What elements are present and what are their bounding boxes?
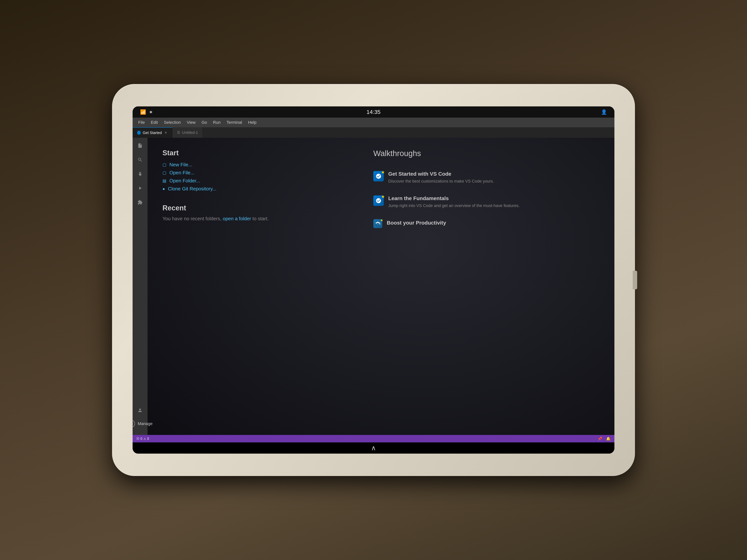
start-title: Start bbox=[162, 149, 351, 157]
error-number: 0 bbox=[140, 437, 142, 441]
walkthrough-text-3: Boost your Productivity bbox=[387, 220, 446, 228]
bell-icon: 🔔 bbox=[606, 436, 611, 441]
source-control-icon[interactable] bbox=[136, 170, 144, 178]
clone-git-link[interactable]: ● Clone Git Repository... bbox=[162, 185, 351, 193]
recent-empty-suffix: to start. bbox=[253, 216, 269, 221]
pin-icon: 📌 bbox=[598, 436, 602, 441]
tablet-device: 📶 ∗ 14:35 👤 File Edit Selection View Go … bbox=[112, 84, 635, 476]
side-button[interactable] bbox=[633, 271, 637, 289]
open-folder-label: Open Folder... bbox=[170, 178, 200, 184]
android-navbar: ∧ bbox=[133, 443, 614, 454]
clone-git-label: Clone Git Repository... bbox=[168, 186, 216, 192]
right-column: Walkthroughs Get Started with VS Code Di… bbox=[373, 149, 599, 424]
tabbar: Get Started ✕ ☰ Untitled-1 bbox=[133, 127, 614, 138]
walkthrough-item-2[interactable]: Learn the Fundamentals Jump right into V… bbox=[373, 192, 599, 212]
statusbar: Ⓧ 0 ⚠ 0 📌 🔔 bbox=[133, 435, 614, 443]
account-icon[interactable] bbox=[136, 406, 144, 415]
new-file-icon: ▢ bbox=[162, 162, 166, 167]
open-folder-icon: ▤ bbox=[162, 179, 166, 183]
open-folder-link[interactable]: ▤ Open Folder... bbox=[162, 177, 351, 185]
open-file-label: Open File... bbox=[170, 170, 195, 176]
tab-get-started-label: Get Started bbox=[143, 131, 162, 135]
menu-edit[interactable]: Edit bbox=[148, 119, 160, 126]
clock-display: 14:35 bbox=[366, 109, 380, 115]
tab-get-started[interactable]: Get Started ✕ bbox=[133, 127, 173, 138]
statusbar-right: 📌 🔔 bbox=[598, 436, 611, 441]
recent-section: Recent You have no recent folders, open … bbox=[162, 204, 351, 221]
walkthrough-title-1: Get Started with VS Code bbox=[388, 171, 494, 177]
walkthrough-text-2: Learn the Fundamentals Jump right into V… bbox=[388, 195, 519, 209]
error-icon: Ⓧ bbox=[136, 437, 139, 441]
manage-gear-icon bbox=[133, 420, 135, 427]
menu-terminal[interactable]: Terminal bbox=[224, 119, 244, 126]
walkthrough-icon-3 bbox=[373, 219, 382, 228]
new-file-label: New File... bbox=[170, 162, 192, 168]
wifi-icon: 📶 bbox=[140, 109, 146, 115]
person-icon: 👤 bbox=[601, 109, 607, 115]
welcome-content: Start ▢ New File... ▢ Open File... ▤ bbox=[148, 138, 614, 435]
recent-title: Recent bbox=[162, 204, 351, 212]
menu-view[interactable]: View bbox=[184, 119, 198, 126]
walkthrough-item-1[interactable]: Get Started with VS Code Discover the be… bbox=[373, 167, 599, 188]
walkthrough-title-2: Learn the Fundamentals bbox=[388, 195, 519, 202]
vscode-window: 📶 ∗ 14:35 👤 File Edit Selection View Go … bbox=[133, 106, 614, 454]
walkthrough-text-1: Get Started with VS Code Discover the be… bbox=[388, 171, 494, 184]
open-file-link[interactable]: ▢ Open File... bbox=[162, 169, 351, 177]
warning-icon: ⚠ bbox=[144, 437, 146, 441]
recent-empty-text: You have no recent folders, open a folde… bbox=[162, 216, 351, 221]
extensions-icon[interactable] bbox=[136, 198, 144, 207]
status-right-icons: 👤 bbox=[601, 109, 607, 115]
walkthrough-desc-2: Jump right into VS Code and get an overv… bbox=[388, 203, 519, 209]
start-section: Start ▢ New File... ▢ Open File... ▤ bbox=[162, 149, 351, 193]
main-area: Manage Start ▢ New File... bbox=[133, 138, 614, 435]
tab-untitled[interactable]: ☰ Untitled-1 bbox=[173, 127, 203, 138]
walkthroughs-title: Walkthroughs bbox=[373, 149, 599, 158]
error-count[interactable]: Ⓧ 0 ⚠ 0 bbox=[136, 437, 149, 441]
menu-help[interactable]: Help bbox=[246, 119, 259, 126]
new-file-link[interactable]: ▢ New File... bbox=[162, 161, 351, 169]
walkthrough-title-3: Boost your Productivity bbox=[387, 220, 446, 226]
tab-close-button[interactable]: ✕ bbox=[163, 130, 168, 135]
menu-run[interactable]: Run bbox=[210, 119, 223, 126]
warning-number: 0 bbox=[147, 437, 149, 441]
left-column: Start ▢ New File... ▢ Open File... ▤ bbox=[162, 149, 351, 424]
menubar: File Edit Selection View Go Run Terminal… bbox=[133, 117, 614, 127]
walkthrough-desc-1: Discover the best customizations to make… bbox=[388, 179, 494, 184]
status-left-icons: 📶 ∗ bbox=[140, 109, 153, 115]
menu-file[interactable]: File bbox=[135, 119, 147, 126]
walkthrough-item-3[interactable]: Boost your Productivity bbox=[373, 216, 599, 231]
menu-go[interactable]: Go bbox=[199, 119, 209, 126]
open-file-icon: ▢ bbox=[162, 170, 166, 175]
run-debug-icon[interactable] bbox=[136, 184, 144, 192]
open-folder-recent-link[interactable]: open a folder bbox=[223, 216, 251, 221]
back-up-icon[interactable]: ∧ bbox=[371, 444, 376, 452]
menu-selection[interactable]: Selection bbox=[161, 119, 183, 126]
search-icon[interactable] bbox=[136, 156, 144, 164]
screen-bezel: 📶 ∗ 14:35 👤 File Edit Selection View Go … bbox=[133, 106, 614, 454]
vscode-tab-icon bbox=[137, 131, 141, 135]
activity-bar: Manage bbox=[133, 138, 148, 435]
bluetooth-icon: ∗ bbox=[149, 109, 153, 115]
explorer-icon[interactable] bbox=[136, 141, 144, 150]
walkthrough-icon-2 bbox=[373, 195, 384, 206]
git-icon: ● bbox=[162, 186, 165, 191]
recent-empty-prefix: You have no recent folders, bbox=[162, 216, 222, 221]
walkthrough-icon-1 bbox=[373, 171, 384, 182]
android-statusbar: 📶 ∗ 14:35 👤 bbox=[133, 106, 614, 117]
tab-untitled-label: Untitled-1 bbox=[182, 131, 198, 135]
